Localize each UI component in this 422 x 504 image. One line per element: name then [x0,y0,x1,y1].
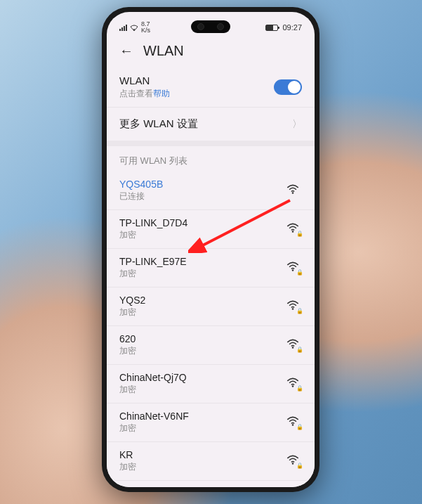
wifi-item[interactable]: TP-LINK_D7D4加密🔒 [107,210,315,249]
svg-point-5 [292,347,294,349]
help-link[interactable]: 帮助 [153,89,170,98]
wifi-signal-icon: 🔒 [286,377,302,390]
wifi-item[interactable]: ChinaNet-V6NF加密🔒 [107,403,315,442]
wlan-toggle-row[interactable]: WLAN 点击查看帮助 [107,67,315,107]
wifi-item[interactable]: YQS2加密🔒 [107,287,315,326]
wifi-ssid: KR [119,449,136,460]
wlan-label: WLAN [119,75,170,86]
wifi-status: 加密 [119,268,187,280]
section-divider [107,141,315,146]
clock: 09:27 [282,23,302,32]
available-networks-label: 可用 WLAN 列表 [107,146,315,172]
wifi-item[interactable]: 620加密🔒 [107,326,315,365]
lock-icon: 🔒 [296,347,303,353]
phone-screen: 8.7K/s 09:27 ← WLAN WLAN 点击查看帮助 更多 WLAN … [107,12,315,487]
wlan-toggle[interactable] [274,79,302,95]
svg-point-4 [292,308,294,310]
wifi-status: 加密 [119,384,187,396]
lock-icon: 🔒 [296,231,303,237]
wifi-ssid: TP-LINK_D7D4 [119,217,187,228]
page-title: WLAN [143,43,184,59]
lock-icon: 🔒 [296,308,303,314]
lock-icon: 🔒 [296,424,303,430]
wifi-signal-icon: 🔒 [286,300,302,313]
wifi-ssid: YQS405B [119,179,163,190]
wifi-status: 已连接 [119,190,163,202]
svg-point-2 [292,231,294,233]
wifi-ssid: TP-LINK_E97E [119,256,187,267]
lock-icon: 🔒 [296,463,303,469]
wifi-status: 加密 [119,461,136,473]
wifi-signal-icon [286,184,302,197]
phone-frame: 8.7K/s 09:27 ← WLAN WLAN 点击查看帮助 更多 WLAN … [102,7,319,492]
svg-point-7 [292,424,294,426]
wifi-signal-icon: 🔒 [286,223,302,235]
wifi-status: 加密 [119,229,187,241]
wifi-item[interactable]: Meizu-44D2加密🔒 [107,481,315,487]
wifi-status: 加密 [119,422,189,434]
more-settings-row[interactable]: 更多 WLAN 设置 〉 [107,107,315,141]
wifi-ssid: ChinaNet-Qj7Q [119,372,187,383]
svg-point-6 [292,385,294,387]
signal-icon [119,24,127,31]
wifi-item[interactable]: KR加密🔒 [107,442,315,481]
svg-point-1 [292,192,294,194]
wifi-item[interactable]: YQS405B已连接 [107,172,315,210]
svg-point-8 [292,463,294,465]
page-header: ← WLAN [107,37,315,67]
more-settings-label: 更多 WLAN 设置 [119,117,198,131]
camera-cutout [191,20,230,33]
svg-point-3 [292,269,294,271]
wifi-ssid: YQS2 [119,295,145,306]
lock-icon: 🔒 [296,269,303,276]
wifi-signal-icon: 🔒 [286,416,302,429]
wifi-item[interactable]: ChinaNet-Qj7Q加密🔒 [107,365,315,403]
wifi-item[interactable]: TP-LINK_E97E加密🔒 [107,249,315,287]
battery-icon [265,25,278,31]
lock-icon: 🔒 [296,385,303,392]
wifi-signal-icon: 🔒 [286,261,302,274]
wifi-status-icon [130,24,138,31]
wifi-ssid: ChinaNet-V6NF [119,411,189,422]
wifi-ssid: 620 [119,333,136,344]
chevron-right-icon: 〉 [292,118,302,131]
back-button[interactable]: ← [119,43,133,59]
wlan-help: 点击查看帮助 [119,88,170,100]
wifi-signal-icon: 🔒 [286,455,302,467]
wifi-signal-icon: 🔒 [286,339,302,351]
network-speed: 8.7K/s [141,21,150,34]
svg-point-0 [133,29,135,30]
wifi-status: 加密 [119,345,136,357]
wifi-network-list: YQS405B已连接TP-LINK_D7D4加密🔒TP-LINK_E97E加密🔒… [107,172,315,487]
wifi-status: 加密 [119,306,145,318]
